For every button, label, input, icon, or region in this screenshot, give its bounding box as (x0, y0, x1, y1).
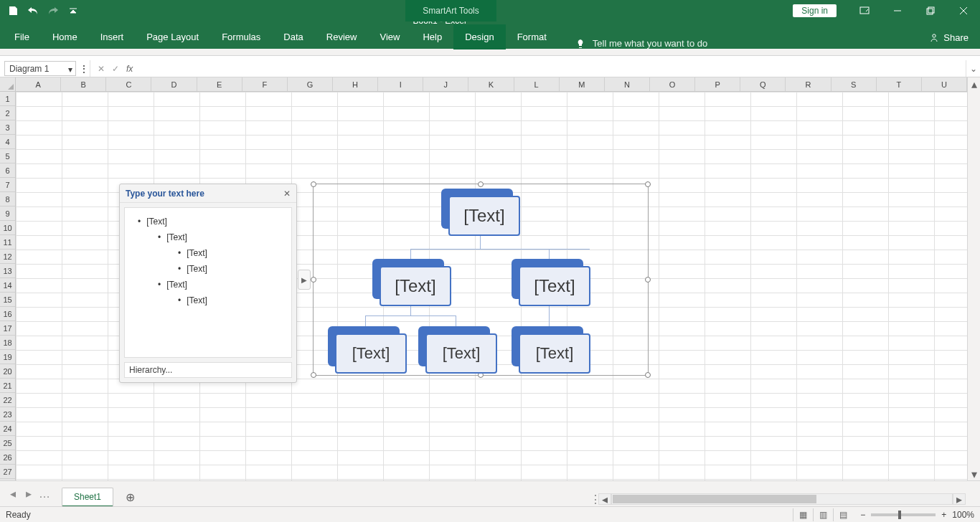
smartart-node[interactable]: [Text] (328, 326, 400, 366)
resize-handle[interactable] (645, 181, 651, 187)
column-header[interactable]: M (560, 77, 605, 91)
tab-design[interactable]: Design (453, 24, 505, 49)
scroll-thumb[interactable] (613, 495, 816, 503)
resize-handle[interactable] (645, 372, 651, 378)
tab-scroll-right-icon[interactable]: ▸ (22, 487, 36, 501)
tab-help[interactable]: Help (411, 24, 453, 49)
ribbon-display-options-icon[interactable] (848, 0, 881, 22)
tab-scroll-menu-icon[interactable]: … (37, 487, 52, 501)
row-header[interactable]: 15 (0, 293, 15, 307)
zoom-level[interactable]: 100% (952, 510, 974, 520)
save-icon[interactable] (3, 0, 23, 22)
text-pane-item[interactable]: [Text] (129, 214, 287, 229)
tab-scroll-left-icon[interactable]: ◂ (6, 487, 20, 501)
node-text[interactable]: [Text] (519, 266, 590, 306)
text-pane-body[interactable]: [Text][Text][Text][Text][Text][Text] (124, 207, 292, 358)
resize-handle[interactable] (311, 277, 316, 283)
tab-view[interactable]: View (368, 24, 411, 49)
scroll-down-icon[interactable]: ▾ (968, 468, 980, 480)
text-pane-item[interactable]: [Text] (129, 293, 287, 308)
tab-data[interactable]: Data (272, 24, 314, 49)
row-header[interactable]: 3 (0, 120, 15, 135)
row-header[interactable]: 2 (0, 106, 15, 120)
row-headers[interactable]: 1234567891011121314151617181920212223242… (0, 92, 16, 480)
node-text[interactable]: [Text] (448, 196, 520, 236)
sheet-tab-sheet1[interactable]: Sheet1 (62, 488, 113, 506)
smartart-node[interactable]: [Text] (418, 326, 490, 366)
text-pane-item[interactable]: [Text] (129, 261, 287, 277)
resize-handle[interactable] (478, 181, 484, 187)
close-icon[interactable] (947, 0, 980, 22)
formula-input[interactable] (140, 60, 966, 77)
zoom-slider[interactable] (871, 513, 936, 516)
column-header[interactable]: S (831, 77, 877, 91)
column-headers[interactable]: ABCDEFGHIJKLMNOPQRSTU (16, 77, 967, 92)
column-header[interactable]: H (333, 77, 378, 91)
maximize-icon[interactable] (914, 0, 947, 22)
row-header[interactable]: 26 (0, 450, 15, 465)
share-button[interactable]: Share (925, 27, 973, 49)
resize-handle[interactable] (645, 277, 651, 283)
column-header[interactable]: D (151, 77, 197, 91)
row-header[interactable]: 27 (0, 465, 15, 479)
tab-page-layout[interactable]: Page Layout (135, 24, 210, 49)
tab-review[interactable]: Review (315, 24, 369, 49)
node-text[interactable]: [Text] (335, 333, 407, 374)
text-pane-toggle-icon[interactable]: ▶ (298, 270, 311, 290)
tab-split-handle[interactable]: ⋮ (593, 493, 598, 505)
smartart-node-root[interactable]: [Text] (441, 189, 513, 229)
column-header[interactable]: N (605, 77, 650, 91)
row-header[interactable]: 18 (0, 336, 15, 350)
column-header[interactable]: C (106, 77, 151, 91)
select-all-triangle[interactable] (0, 77, 16, 92)
column-header[interactable]: O (650, 77, 695, 91)
close-icon[interactable]: ✕ (283, 189, 291, 199)
tab-formulas[interactable]: Formulas (210, 24, 272, 49)
smartart-text-pane[interactable]: Type your text here ✕ [Text][Text][Text]… (119, 184, 297, 383)
minimize-icon[interactable] (881, 0, 914, 22)
smartart-node[interactable]: [Text] (372, 259, 444, 299)
enter-formula-icon[interactable]: ✓ (112, 64, 119, 74)
row-header[interactable]: 19 (0, 350, 15, 364)
vertical-scrollbar[interactable]: ▴ ▾ (967, 77, 980, 480)
row-header[interactable]: 20 (0, 364, 15, 379)
column-header[interactable]: A (16, 77, 61, 91)
signin-button[interactable]: Sign in (793, 4, 837, 17)
tab-file[interactable]: File (3, 24, 41, 49)
text-pane-footer[interactable]: Hierarchy... (124, 362, 292, 378)
row-header[interactable]: 4 (0, 135, 15, 149)
row-header[interactable]: 17 (0, 321, 15, 336)
column-header[interactable]: U (922, 77, 967, 91)
column-header[interactable]: B (61, 77, 106, 91)
new-sheet-icon[interactable]: ⊕ (121, 488, 139, 506)
column-header[interactable]: G (288, 77, 333, 91)
tell-me-search[interactable]: Tell me what you want to do (565, 38, 717, 49)
cancel-formula-icon[interactable]: ✕ (98, 64, 105, 74)
row-header[interactable]: 1 (0, 92, 15, 106)
tab-home[interactable]: Home (41, 24, 89, 49)
column-header[interactable]: J (423, 77, 468, 91)
row-header[interactable]: 12 (0, 250, 15, 264)
tab-format[interactable]: Format (506, 24, 558, 49)
name-box[interactable]: Diagram 1 ▾ (4, 61, 76, 76)
zoom-out-icon[interactable]: − (860, 510, 865, 520)
namebox-splitter[interactable]: ⋮ (77, 60, 90, 77)
smartart-frame[interactable]: ▶ [Text] [Text] (313, 184, 649, 376)
text-pane-item[interactable]: [Text] (129, 229, 287, 245)
node-text[interactable]: [Text] (380, 266, 451, 306)
resize-handle[interactable] (311, 372, 316, 378)
scroll-left-icon[interactable]: ◂ (598, 493, 611, 505)
text-pane-item[interactable]: [Text] (129, 245, 287, 261)
tab-insert[interactable]: Insert (89, 24, 136, 49)
node-text[interactable]: [Text] (425, 333, 497, 374)
page-break-view-icon[interactable]: ▤ (833, 508, 853, 521)
smartart-node[interactable]: [Text] (512, 326, 583, 366)
column-header[interactable]: P (695, 77, 740, 91)
resize-handle[interactable] (311, 181, 316, 187)
row-header[interactable]: 13 (0, 264, 15, 278)
row-header[interactable]: 5 (0, 149, 15, 163)
text-pane-header[interactable]: Type your text here ✕ (120, 184, 296, 203)
smartart-node[interactable]: [Text] (512, 259, 583, 299)
normal-view-icon[interactable]: ▦ (793, 508, 813, 521)
redo-icon[interactable] (43, 0, 63, 22)
